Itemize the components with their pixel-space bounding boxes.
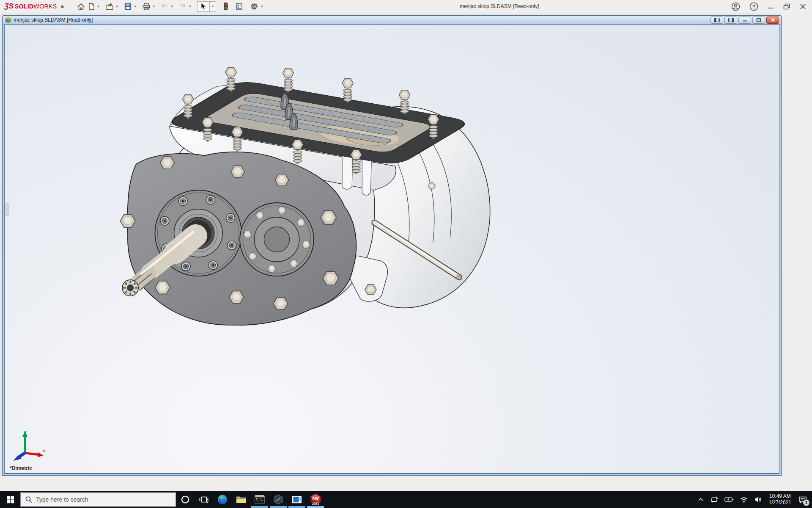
search-icon — [25, 496, 32, 503]
assembly-document-icon — [5, 17, 11, 23]
clock[interactable]: 10:49 AM 1/27/2021 — [765, 493, 795, 506]
solidworks-taskbar-button[interactable]: SW 2021 — [306, 491, 325, 508]
new-document-dropdown[interactable]: ▼ — [97, 5, 100, 8]
doc-close-icon — [771, 18, 775, 22]
command-prompt-icon: C:\_ — [254, 494, 265, 505]
window-controls: ? — [731, 2, 806, 11]
media-app-icon — [291, 494, 302, 505]
wifi-button[interactable] — [737, 491, 751, 508]
volume-button[interactable] — [751, 491, 765, 508]
edge-icon — [217, 494, 228, 505]
print-dropdown[interactable]: ▼ — [152, 5, 156, 8]
gearbox-assembly-model — [5, 25, 779, 473]
panel-collapse-tab[interactable]: ‹ — [5, 203, 8, 216]
wifi-icon — [740, 497, 748, 503]
hexagon-app-button[interactable] — [269, 491, 288, 508]
save-button[interactable] — [123, 1, 133, 12]
file-properties-button[interactable] — [234, 1, 244, 12]
doc-minimize-icon — [742, 18, 747, 22]
graphics-viewport[interactable]: Y x *Dimetric ‹ — [4, 25, 779, 474]
volume-icon — [754, 496, 762, 503]
task-view-button[interactable] — [195, 491, 213, 508]
redo-button[interactable] — [177, 1, 188, 12]
solidworks-taskbar-icon: SW 2021 — [309, 493, 322, 506]
undo-icon — [161, 3, 169, 10]
orientation-triad[interactable]: Y x — [11, 429, 47, 462]
rebuild-button[interactable] — [222, 1, 230, 12]
sw-year: 2021 — [312, 502, 319, 505]
status-area — [0, 476, 812, 491]
task-view-icon — [199, 495, 208, 504]
triad-x-label: x — [43, 448, 46, 453]
media-app-button[interactable] — [288, 491, 306, 508]
running-indicator — [270, 506, 287, 508]
pane-right-icon — [728, 18, 734, 22]
action-center-button[interactable]: 1 — [795, 491, 812, 508]
doc-pane-left-button[interactable] — [710, 17, 723, 24]
undo-button[interactable] — [159, 1, 170, 12]
window-title: menjac sklop.SLDASM [Read-only] — [267, 3, 731, 9]
command-prompt-text: C:\_ — [256, 498, 263, 501]
windows-logo-icon — [7, 496, 14, 503]
notification-badge: 1 — [803, 500, 809, 506]
sw-letters: SW — [312, 497, 319, 501]
search-input[interactable] — [36, 496, 163, 503]
options-button[interactable] — [249, 1, 260, 12]
hexagon-app-icon — [273, 494, 284, 505]
running-indicator — [288, 506, 305, 508]
hidden-icons-button[interactable] — [694, 491, 707, 508]
open-button[interactable] — [104, 1, 115, 12]
new-document-icon — [88, 3, 95, 11]
redo-dropdown[interactable]: ▼ — [188, 5, 192, 8]
running-indicator-active — [307, 506, 324, 508]
doc-restore-button[interactable] — [752, 17, 765, 24]
home-icon — [77, 3, 85, 11]
redo-icon — [178, 3, 187, 10]
help-icon[interactable]: ? — [749, 2, 758, 11]
app-background-right — [782, 13, 812, 476]
print-button[interactable] — [141, 1, 152, 12]
document-title: menjac sklop.SLDASM [Read-only] — [14, 17, 93, 23]
save-dropdown[interactable]: ▼ — [134, 5, 137, 8]
close-button[interactable] — [800, 3, 806, 10]
save-icon — [124, 3, 132, 11]
edge-button[interactable] — [213, 491, 232, 508]
account-icon[interactable] — [731, 2, 740, 11]
clock-time: 10:49 AM — [769, 493, 791, 500]
file-properties-icon — [235, 3, 243, 11]
options-dropdown[interactable]: ▼ — [260, 5, 263, 8]
doc-restore-icon — [756, 18, 761, 22]
triad-y-label: Y — [24, 430, 27, 435]
cortana-icon — [181, 495, 190, 504]
restore-button[interactable] — [783, 3, 790, 10]
options-gear-icon — [250, 2, 258, 11]
battery-button[interactable] — [721, 491, 737, 508]
doc-close-button[interactable] — [766, 17, 779, 24]
battery-charging-icon — [724, 497, 734, 502]
view-orientation-label: *Dimetric — [10, 465, 32, 471]
start-button[interactable] — [0, 491, 20, 508]
select-tool-button[interactable] — [197, 1, 210, 12]
solidworks-logo: ƷS SOLID WORKS — [4, 2, 57, 11]
undo-dropdown[interactable]: ▼ — [170, 5, 174, 8]
app-titlebar[interactable]: ƷS SOLID WORKS ▶ ▼ — [0, 0, 812, 13]
system-tray: 10:49 AM 1/27/2021 1 — [694, 491, 812, 508]
doc-pane-right-button[interactable] — [724, 17, 737, 24]
taskbar-search[interactable] — [20, 492, 176, 507]
menu-flyout-arrow[interactable]: ▶ — [61, 4, 64, 9]
chevron-up-icon — [697, 497, 704, 502]
quick-access-toolbar: ▼ ▼ ▼ — [76, 1, 267, 12]
home-button[interactable] — [76, 1, 86, 12]
new-document-button[interactable] — [86, 1, 96, 12]
cast-icon — [710, 496, 719, 503]
command-prompt-button[interactable]: C:\_ — [250, 491, 269, 508]
cortana-button[interactable] — [176, 491, 195, 508]
file-explorer-button[interactable] — [232, 491, 250, 508]
open-dropdown[interactable]: ▼ — [115, 5, 119, 8]
select-tool-dropdown[interactable]: ▼ — [210, 1, 216, 12]
cast-button[interactable] — [707, 491, 721, 508]
doc-minimize-button[interactable] — [738, 17, 751, 24]
minimize-button[interactable] — [768, 3, 774, 10]
pane-left-icon — [714, 18, 720, 22]
document-titlebar[interactable]: menjac sklop.SLDASM [Read-only] — [3, 16, 781, 25]
